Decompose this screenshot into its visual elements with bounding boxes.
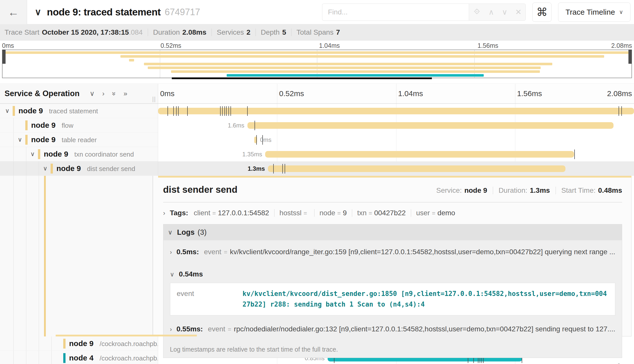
tag-txn: txn=00427b22 bbox=[357, 209, 406, 217]
ruler-tick-label: 1.56ms bbox=[517, 89, 542, 98]
tag-node: node=9 bbox=[320, 209, 347, 217]
trace-duration: Duration2.08ms bbox=[153, 28, 206, 36]
locate-icon[interactable] bbox=[473, 8, 481, 16]
log-marker-tick bbox=[222, 106, 223, 116]
ruler-tick-label: 2.08ms bbox=[607, 89, 632, 98]
indent-guide bbox=[39, 351, 39, 364]
span-collapse-icon[interactable]: ∨ bbox=[43, 165, 48, 172]
ruler-gridline bbox=[515, 84, 515, 103]
divider bbox=[314, 209, 314, 217]
logs-section: ∨ Logs (3) › 0.5ms: event = kv/kvclient/… bbox=[163, 224, 622, 358]
service-operation-header: Service & Operation ∨ › » » || bbox=[0, 84, 158, 103]
indent-guide bbox=[13, 176, 14, 336]
expand-all-icon[interactable]: » bbox=[123, 90, 127, 97]
span-bar-cell[interactable] bbox=[158, 104, 634, 118]
service-color-chip bbox=[38, 149, 40, 159]
divider bbox=[556, 187, 556, 194]
trace-collapse-icon[interactable]: ∨ bbox=[35, 7, 41, 17]
tags-expand-icon[interactable]: › bbox=[163, 209, 165, 217]
collapse-all-icon[interactable]: » bbox=[111, 92, 117, 95]
divider bbox=[148, 29, 148, 36]
span-row-4[interactable]: ∨node 9txn coordinator send1.35ms bbox=[0, 147, 634, 161]
link-icon[interactable] bbox=[614, 362, 622, 364]
detail-start-time: Start Time:0.48ms bbox=[561, 186, 622, 195]
find-group: ∧ ∨ ✕ bbox=[322, 4, 526, 21]
minimap-viewport-indicator[interactable] bbox=[172, 77, 432, 79]
divider bbox=[411, 209, 411, 217]
expanded-span-bottom-strip bbox=[56, 335, 197, 336]
span-name-cell[interactable]: node 9/cockroach.roachpb.I... bbox=[0, 336, 158, 351]
span-bar-cell[interactable]: 1.6ms bbox=[158, 118, 634, 133]
find-prev-icon[interactable]: ∧ bbox=[489, 8, 494, 16]
ruler-gridline bbox=[277, 84, 277, 103]
divider bbox=[291, 29, 291, 36]
span-bar-cell[interactable]: 0ms bbox=[158, 133, 634, 147]
logs-collapse-icon[interactable]: ∨ bbox=[168, 229, 173, 236]
collapse-one-icon[interactable]: ∨ bbox=[90, 90, 95, 97]
span-collapse-icon[interactable]: ∨ bbox=[5, 107, 10, 114]
detail-service: Service:node 9 bbox=[436, 186, 487, 195]
log-marker-tick bbox=[173, 106, 174, 116]
span-name-cell[interactable]: ∨node 9table reader bbox=[0, 133, 158, 147]
expand-one-icon[interactable]: › bbox=[102, 90, 104, 97]
span-name-cell[interactable]: ∨node 9traced statement bbox=[0, 104, 158, 118]
span-duration-bar[interactable] bbox=[158, 108, 634, 114]
service-color-chip bbox=[63, 339, 66, 349]
expanded-span-accent bbox=[44, 176, 46, 336]
find-clear-icon[interactable]: ✕ bbox=[515, 8, 522, 16]
find-input[interactable] bbox=[322, 4, 469, 21]
timeline-ruler: 0ms0.52ms1.04ms1.56ms2.08ms bbox=[158, 84, 634, 103]
log-expand-icon[interactable]: › bbox=[170, 326, 172, 333]
trace-title-wrap: ∨ node 9: traced statement 6749717 bbox=[35, 7, 200, 18]
log-entry-2-header[interactable]: ∨ 0.54ms bbox=[170, 264, 615, 283]
log-entry-1[interactable]: › 0.5ms: event = kv/kvclient/kvcoord/ran… bbox=[170, 240, 615, 264]
log-entry-3[interactable]: › 0.55ms: event = rpc/nodedialer/nodedia… bbox=[170, 317, 615, 341]
log-expand-icon[interactable]: › bbox=[170, 249, 172, 256]
find-next-icon[interactable]: ∨ bbox=[502, 8, 508, 16]
span-duration-bar[interactable] bbox=[265, 151, 574, 158]
divider bbox=[352, 209, 352, 217]
log-collapse-icon[interactable]: ∨ bbox=[170, 271, 175, 278]
trace-services: Services2 bbox=[217, 28, 250, 36]
service-name: node 9 bbox=[44, 150, 68, 158]
span-name-cell[interactable]: node 9flow bbox=[0, 118, 158, 133]
back-button[interactable]: ← bbox=[0, 0, 27, 24]
service-color-chip bbox=[25, 135, 28, 145]
ruler-tick-label: 1.04ms bbox=[398, 89, 423, 98]
span-row-5[interactable]: ∨node 9dist sender send1.3ms bbox=[0, 161, 634, 176]
keyboard-shortcuts-button[interactable]: ⌘ bbox=[532, 3, 552, 22]
minimap-tick-label: 0.52ms bbox=[161, 42, 181, 49]
log-marker-tick bbox=[621, 106, 622, 116]
minimap-span bbox=[148, 67, 541, 69]
log-marker-tick bbox=[167, 106, 168, 116]
logs-footnote: Log timestamps are relative to the start… bbox=[170, 341, 615, 358]
minimap-tick-label: 0ms bbox=[2, 42, 14, 49]
span-detail-card: dist sender send Service:node 9 Duration… bbox=[153, 176, 631, 336]
span-duration-bar[interactable] bbox=[268, 165, 565, 172]
span-row-2[interactable]: node 9flow1.6ms bbox=[0, 118, 634, 133]
span-collapse-icon[interactable]: ∨ bbox=[18, 136, 22, 143]
span-collapse-icon[interactable]: ∨ bbox=[30, 151, 35, 158]
divider bbox=[212, 29, 212, 36]
service-color-chip bbox=[51, 164, 53, 174]
log-marker-tick bbox=[224, 106, 225, 116]
span-bar-cell[interactable]: 1.3ms bbox=[158, 161, 634, 176]
column-resizer-handle[interactable]: || bbox=[152, 95, 156, 102]
minimap-canvas[interactable] bbox=[2, 50, 632, 78]
span-bar-cell[interactable]: 1.35ms bbox=[158, 147, 634, 161]
tags-row[interactable]: › Tags: client=127.0.0.1:54582 hostssl= … bbox=[163, 209, 622, 217]
log-field-value: kv/kvclient/kvcoord/dist_sender.go:1850 … bbox=[243, 289, 608, 310]
minimap-left-scrubber[interactable] bbox=[2, 50, 6, 64]
span-name-cell[interactable]: ∨node 9txn coordinator send bbox=[0, 147, 158, 161]
span-name-cell[interactable]: ∨node 9dist sender send bbox=[0, 161, 158, 176]
trace-view-selector[interactable]: Trace Timeline ∨ bbox=[558, 3, 630, 22]
span-row-3[interactable]: ∨node 9table reader0ms bbox=[0, 133, 634, 147]
logs-header[interactable]: ∨ Logs (3) bbox=[163, 224, 622, 240]
span-row-1[interactable]: ∨node 9traced statement bbox=[0, 104, 634, 118]
minimap-right-scrubber[interactable] bbox=[628, 50, 632, 64]
span-name-cell[interactable]: node 4/cockroach.roachpb.I... bbox=[0, 351, 158, 364]
log-marker-tick bbox=[574, 149, 575, 159]
span-duration-bar[interactable] bbox=[247, 122, 614, 129]
log-marker-tick bbox=[273, 164, 274, 174]
trace-minimap: 0ms0.52ms1.04ms1.56ms2.08ms bbox=[0, 40, 634, 82]
